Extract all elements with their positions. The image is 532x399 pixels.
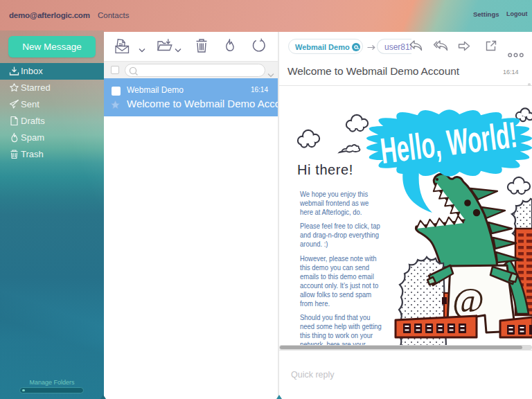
svg-text:@: @ — [452, 281, 484, 319]
